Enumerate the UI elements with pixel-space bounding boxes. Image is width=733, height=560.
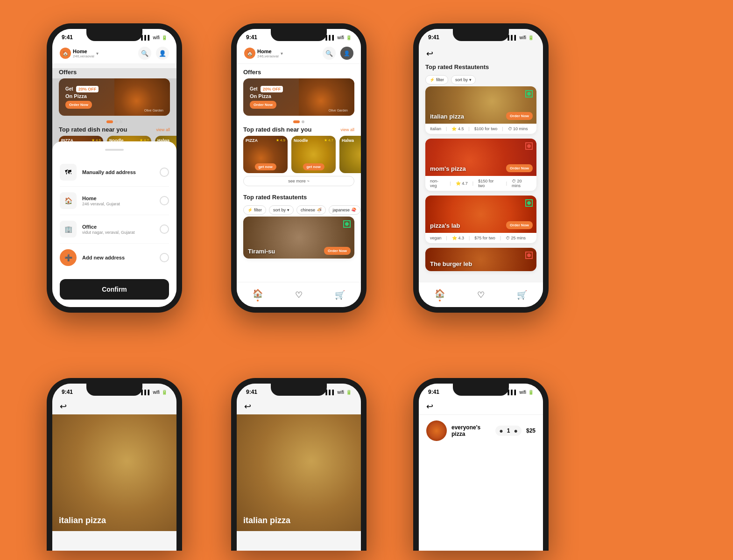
italian-order-btn[interactable]: Order Now — [506, 112, 533, 120]
moms-name: mom's pizza — [430, 165, 466, 172]
sort-chip-3[interactable]: sort by ▾ — [451, 75, 476, 84]
quantity-control-b3[interactable]: ● 1 ● — [495, 426, 522, 436]
italian-cuisine: Italian — [430, 126, 441, 131]
profile-button-1[interactable]: 👤 — [156, 47, 169, 60]
restaurant-italian[interactable]: italian pizza Order Now Italian | ⭐ 4.5 … — [425, 86, 536, 134]
back-button-b3[interactable]: ↩ — [426, 402, 433, 411]
status-icons-b2: ▌▌▌ wifi 🔋 — [325, 390, 352, 395]
location-info-1[interactable]: 🏠 Home 246,veraoval ▾ — [60, 48, 99, 59]
dishes-scroll-2: PIZZA ★ 4.9 get now Noodle ★ 4.7 get now… — [237, 136, 361, 173]
dish-pizza-2[interactable]: PIZZA ★ 4.9 get now — [243, 136, 288, 173]
pizzaslab-order-btn[interactable]: Order Now — [506, 221, 533, 229]
radio-manual[interactable] — [160, 168, 169, 177]
olive-garden-logo-1: Olive Garden — [144, 109, 163, 112]
dish-noodle-2[interactable]: Noodle ★ 4.7 get now — [291, 136, 336, 173]
status-icons-2: ▌▌▌ wifi 🔋 — [325, 35, 352, 40]
radio-add[interactable] — [160, 253, 169, 262]
time-2: 9:41 — [246, 34, 257, 41]
top-rated-dish-title-1: Top rated dish near you — [59, 126, 127, 133]
japanese-label-2: japanese 🍣 — [333, 208, 356, 212]
qty-plus-b3[interactable]: ● — [514, 427, 518, 434]
restaurant-moms[interactable]: mom's pizza Order Now non-veg | ⭐ 4.7 | … — [425, 139, 536, 191]
olive-garden-logo-2: Olive Garden — [329, 109, 348, 112]
restaurant-burger[interactable]: The burger leb — [425, 248, 536, 271]
nav-home-3[interactable]: 🏠 — [435, 288, 445, 301]
wifi-b3: wifi — [520, 390, 526, 395]
nav-home-2[interactable]: 🏠 — [253, 288, 263, 301]
back-header-b3: ↩ — [419, 399, 543, 415]
see-more-button[interactable]: see more ~ — [243, 176, 354, 186]
moms-rating: ⭐ 4.7 — [456, 181, 468, 186]
chinese-chip-2[interactable]: chinese 🍜 — [296, 205, 326, 215]
item-price-b3: $25 — [526, 427, 536, 434]
time-b2: 9:41 — [246, 389, 257, 395]
sort-chip-2[interactable]: sort by ▾ — [269, 205, 294, 215]
offer-get-text-1: Get — [65, 86, 73, 91]
nav-cart-2[interactable]: 🛒 — [335, 290, 345, 300]
address-item-manual[interactable]: 🗺 Manually add address — [60, 158, 169, 187]
restaurant-tiramisu[interactable]: Tirami-su Order Now — [243, 217, 354, 259]
get-now-pizza-2[interactable]: get now — [254, 163, 276, 170]
manual-address-icon: 🗺 — [60, 164, 77, 181]
chevron-down-icon-2: ▾ — [281, 51, 283, 56]
dish-halwa-2[interactable]: Halwa — [339, 136, 361, 173]
location-info-2[interactable]: 🏠 Home 246,veraoval ▾ — [244, 48, 283, 59]
back-button-b1[interactable]: ↩ — [60, 402, 67, 411]
notch-2 — [271, 29, 327, 41]
address-item-add[interactable]: ➕ Add new address — [60, 244, 169, 272]
location-sub-2: 246,veraoval — [257, 54, 279, 58]
view-all-2[interactable]: view all — [340, 127, 354, 132]
order-now-button-2[interactable]: Order Now — [250, 101, 276, 109]
pizzaslab-time: ⏱ 25 mins — [506, 236, 526, 240]
address-modal-1: 🗺 Manually add address 🏠 Home 246 verava… — [52, 141, 176, 307]
notch-b2 — [271, 384, 327, 396]
nav-heart-3[interactable]: ♡ — [477, 290, 485, 300]
moms-img: mom's pizza Order Now — [425, 139, 536, 176]
address-item-home[interactable]: 🏠 Home 246 veraval, Gujarat — [60, 187, 169, 215]
search-button-2[interactable]: 🔍 — [323, 47, 336, 60]
battery-icon-3: 🔋 — [528, 35, 534, 40]
phone-1-screen: 9:41 ▌▌▌ wifi 🔋 🏠 Home 246,veraoval ▾ 🔍 … — [52, 29, 176, 307]
banner-dots-1 — [52, 120, 176, 123]
nav-heart-2[interactable]: ♡ — [295, 290, 303, 300]
filter-chip-3[interactable]: ⚡ filter — [425, 75, 448, 84]
phone-2: 9:41 ▌▌▌ wifi 🔋 🏠 Home 246,veraoval ▾ 🔍 … — [231, 23, 366, 313]
restaurant-pizzaslab[interactable]: pizza's lab Order Now vegan | ⭐ 4.3 | $7… — [425, 196, 536, 243]
japanese-chip-2[interactable]: japanese 🍣 — [329, 205, 360, 215]
office-address-sub: vidut nagar, veraval, Gujarat — [82, 230, 135, 235]
filter-chip-2[interactable]: ⚡ filter — [243, 205, 266, 215]
order-item-row-b3: everyone's pizza ● 1 ● $25 — [419, 415, 543, 447]
get-now-noodle-2[interactable]: get now — [303, 163, 324, 170]
dish-halwa-label-2: Halwa — [342, 138, 354, 143]
view-all-1[interactable]: view all — [156, 127, 170, 132]
qty-minus-b3[interactable]: ● — [499, 427, 503, 434]
order-item-details-b3: everyone's pizza — [451, 424, 491, 437]
bottom-nav-3: 🏠 ♡ 🛒 — [419, 282, 543, 307]
confirm-button[interactable]: Confirm — [60, 279, 169, 300]
veg-badge-tiramisu — [343, 220, 351, 228]
add-address-label: Add new address — [82, 255, 125, 260]
battery-b1: 🔋 — [162, 390, 167, 395]
add-address-icon: ➕ — [60, 249, 77, 266]
moms-order-btn[interactable]: Order Now — [506, 164, 533, 172]
pizzaslab-img: pizza's lab Order Now — [425, 196, 536, 233]
nav-cart-3[interactable]: 🛒 — [517, 290, 527, 300]
search-button-1[interactable]: 🔍 — [138, 47, 151, 60]
back-button-b2[interactable]: ↩ — [244, 402, 251, 411]
wifi-icon-3: wifi — [520, 35, 526, 40]
order-now-button-1[interactable]: Order Now — [65, 101, 92, 109]
header-icons-2: 🔍 👤 — [323, 47, 353, 60]
status-icons-3: ▌▌▌ wifi 🔋 — [507, 35, 534, 40]
top-rated-title-3: Top rated Restautents — [419, 63, 543, 73]
italian-price: $100 for two — [474, 126, 498, 131]
profile-avatar-2[interactable]: 👤 — [340, 47, 353, 60]
tiramisu-order-btn[interactable]: Order Now — [324, 247, 351, 255]
pizzaslab-price: $75 for two — [474, 236, 495, 240]
radio-office[interactable] — [160, 224, 169, 234]
chevron-down-icon-1: ▾ — [96, 51, 99, 56]
radio-home[interactable] — [160, 196, 169, 205]
signal-b2: ▌▌▌ — [325, 390, 335, 395]
address-item-office[interactable]: 🏢 Office vidut nagar, veraval, Gujarat — [60, 215, 169, 244]
back-button-3[interactable]: ↩ — [426, 49, 433, 59]
dish-noodle-rating-2: ★ 4.7 — [324, 138, 333, 142]
